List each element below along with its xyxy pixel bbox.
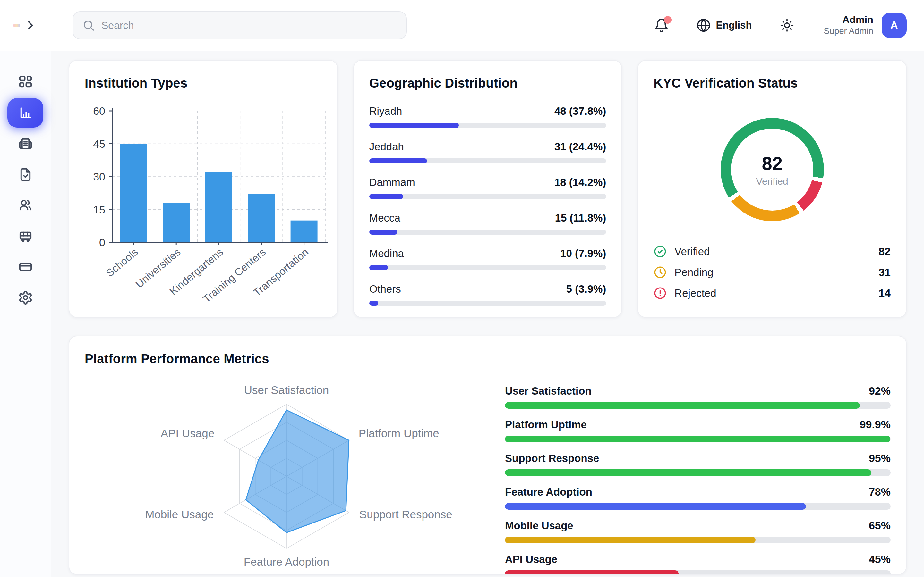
progress-fill: [369, 265, 388, 270]
kyc-legend-row-rejected: Rejected14: [654, 287, 891, 300]
metric-value: 95%: [869, 452, 891, 464]
search-box: [73, 11, 407, 39]
kyc-donut-center: 82 Verified: [731, 129, 813, 211]
sidebar-nav: [0, 51, 51, 312]
geo-row-riyadh: Riyadh48 (37.8%): [369, 105, 606, 128]
city-label: Jeddah: [369, 141, 404, 153]
kyc-legend-label: Pending: [674, 266, 713, 279]
progress-track: [369, 194, 606, 199]
city-label: Medina: [369, 247, 404, 259]
metric-label: API Usage: [505, 553, 557, 566]
geo-row-head: Dammam18 (14.2%): [369, 176, 606, 189]
metric-value: 78%: [869, 486, 891, 498]
sidebar-item-dashboard[interactable]: [7, 67, 43, 97]
geo-row-others: Others5 (3.9%): [369, 283, 606, 306]
perf-row-head: Support Response95%: [505, 452, 891, 464]
svg-text:Feature Adoption: Feature Adoption: [244, 556, 330, 568]
user-info: Admin Super Admin: [824, 14, 873, 37]
metric-label: Feature Adoption: [505, 486, 592, 498]
kyc-legend: Verified82Pending31Rejected14: [654, 245, 891, 300]
language-label: English: [716, 19, 752, 31]
avatar[interactable]: A: [882, 13, 907, 38]
perf-row-api-usage: API Usage45%: [505, 553, 891, 575]
top-cards-row: Institution Types 015304560SchoolsUniver…: [69, 60, 907, 318]
sidebar-item-settings[interactable]: [7, 283, 43, 312]
perf-row-mobile-usage: Mobile Usage65%: [505, 519, 891, 543]
progress-fill: [505, 402, 860, 409]
svg-text:User Satisfaction: User Satisfaction: [244, 384, 329, 396]
geographic-distribution-card: Geographic Distribution Riyadh48 (37.8%)…: [353, 60, 622, 318]
progress-fill: [505, 436, 890, 442]
geographic-distribution-list: Riyadh48 (37.8%)Jeddah31 (24.4%)Dammam18…: [369, 105, 606, 306]
card-title: Institution Types: [85, 76, 322, 90]
city-label: Others: [369, 283, 401, 295]
search-input[interactable]: [102, 19, 397, 31]
perf-row-support-response: Support Response95%: [505, 452, 891, 476]
progress-track: [505, 402, 891, 409]
chevron-right-icon: [23, 18, 37, 32]
dashboard-grid-icon: [18, 75, 33, 90]
svg-text:60: 60: [93, 105, 105, 117]
sidebar-expand-button[interactable]: [23, 18, 37, 32]
city-value: 18 (14.2%): [554, 176, 606, 189]
metric-label: Platform Uptime: [505, 419, 587, 431]
perf-row-head: Mobile Usage65%: [505, 519, 891, 532]
metric-value: 99.9%: [860, 418, 891, 431]
performance-metrics-list: User Satisfaction92%Platform Uptime99.9%…: [502, 366, 891, 575]
main-content: Institution Types 015304560SchoolsUniver…: [51, 51, 924, 577]
notification-badge: [664, 16, 672, 24]
sidebar-item-documents[interactable]: [7, 160, 43, 189]
card-title: Geographic Distribution: [369, 76, 606, 90]
perf-row-user-satisfaction: User Satisfaction92%: [505, 385, 891, 409]
sidebar-item-transportation[interactable]: [7, 221, 43, 251]
svg-text:Mobile Usage: Mobile Usage: [145, 508, 214, 521]
svg-text:Platform Uptime: Platform Uptime: [359, 427, 439, 440]
check-circle-icon: [654, 245, 667, 258]
progress-fill: [369, 301, 379, 306]
city-value: 10 (7.9%): [560, 247, 606, 259]
svg-text:45: 45: [93, 138, 105, 150]
bus-icon: [18, 229, 33, 243]
progress-track: [369, 301, 606, 306]
card-title: Platform Performance Metrics: [85, 351, 891, 366]
kyc-legend-row-verified: Verified82: [654, 245, 891, 258]
sidebar-item-analytics[interactable]: [7, 98, 43, 127]
sidebar-item-users[interactable]: [7, 190, 43, 220]
theme-toggle-button[interactable]: [780, 18, 794, 32]
geo-row-head: Others5 (3.9%): [369, 283, 606, 295]
language-selector[interactable]: English: [696, 18, 752, 32]
progress-fill: [369, 158, 427, 163]
metric-value: 92%: [869, 385, 891, 397]
sidebar-header: [0, 0, 51, 51]
sidebar-item-institutions[interactable]: [7, 129, 43, 158]
file-check-icon: [18, 167, 33, 182]
city-label: Riyadh: [369, 105, 402, 117]
progress-fill: [505, 503, 806, 510]
perf-row-feature-adoption: Feature Adoption78%: [505, 486, 891, 510]
sidebar-item-payments[interactable]: [7, 252, 43, 282]
metric-label: Mobile Usage: [505, 520, 573, 532]
kyc-legend-row-pending: Pending31: [654, 266, 891, 279]
search-icon: [82, 19, 95, 32]
geo-row-medina: Medina10 (7.9%): [369, 247, 606, 270]
user-name: Admin: [824, 14, 873, 26]
metric-value: 65%: [869, 519, 891, 532]
institution-building-icon: [18, 136, 33, 151]
user-menu[interactable]: Admin Super Admin A: [824, 13, 907, 38]
city-label: Mecca: [369, 212, 401, 224]
progress-track: [369, 229, 606, 235]
geo-row-mecca: Mecca15 (11.8%): [369, 212, 606, 235]
svg-text:15: 15: [93, 203, 105, 216]
perf-row-head: Feature Adoption78%: [505, 486, 891, 498]
users-icon: [18, 198, 33, 213]
perf-row-head: API Usage45%: [505, 553, 891, 566]
metric-label: User Satisfaction: [505, 385, 591, 397]
svg-text:0: 0: [99, 236, 105, 248]
institution-types-card: Institution Types 015304560SchoolsUniver…: [69, 60, 338, 318]
kyc-legend-value: 82: [879, 245, 891, 258]
sidebar: [0, 0, 51, 577]
credit-card-icon: [18, 259, 33, 274]
card-title: KYC Verification Status: [654, 76, 891, 90]
notifications-button[interactable]: [654, 18, 669, 33]
city-value: 5 (3.9%): [566, 283, 606, 295]
